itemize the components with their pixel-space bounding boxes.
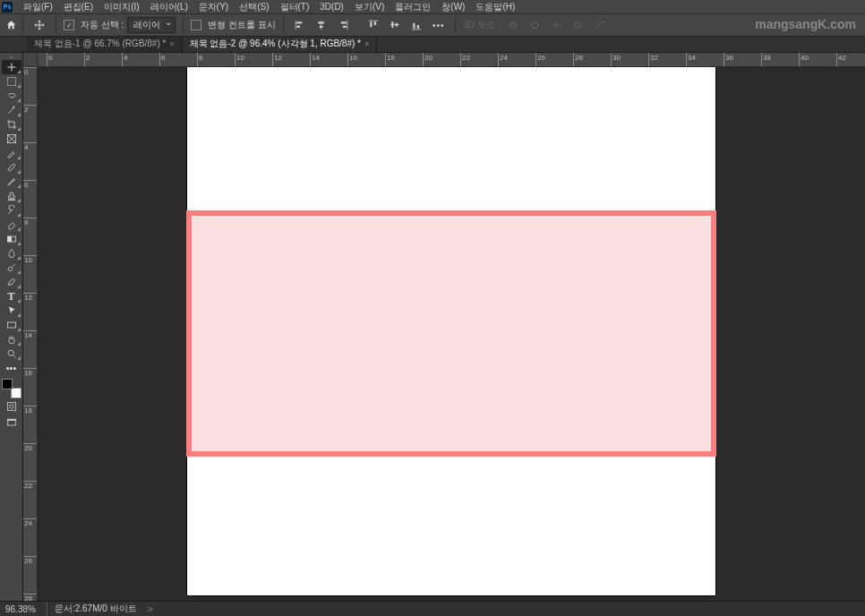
pen-tool[interactable] (2, 275, 21, 289)
align-center-h-icon (316, 20, 327, 30)
ruler-number: 10 (236, 54, 244, 62)
menu-plugin[interactable]: 플러그인 (390, 1, 436, 13)
close-icon[interactable]: × (364, 39, 369, 48)
healing-brush-tool[interactable] (2, 160, 21, 175)
quick-mask-icon (6, 401, 17, 412)
crop-tool[interactable] (2, 117, 21, 132)
menu-layer[interactable]: 레이어(L) (145, 1, 193, 13)
ruler-number: 20 (424, 54, 432, 62)
lasso-icon (6, 90, 17, 101)
svg-rect-14 (396, 23, 398, 27)
align-center-v-button[interactable] (386, 18, 404, 32)
foreground-color-swatch[interactable] (2, 379, 13, 389)
doc-info-field[interactable]: 문서:2.67M/0 바이트 (47, 603, 137, 615)
chevron-right-icon[interactable]: > (148, 604, 153, 614)
close-icon[interactable]: × (169, 39, 174, 48)
menu-view[interactable]: 보기(V) (349, 1, 390, 13)
move-tool[interactable] (2, 60, 21, 74)
svg-rect-23 (7, 164, 14, 171)
document-tab-1[interactable]: 제목 없음-1 @ 66.7% (RGB/8#) * × (27, 36, 183, 52)
align-top-icon (368, 20, 379, 30)
auto-select-label: 자동 선택 : (81, 19, 124, 31)
vertical-ruler[interactable]: 0246810121416182022242628 (23, 67, 37, 601)
align-left-button[interactable] (291, 18, 309, 32)
align-top-button[interactable] (364, 18, 382, 32)
lasso-tool[interactable] (2, 89, 21, 103)
eraser-tool[interactable] (2, 218, 21, 232)
auto-select-checkbox[interactable]: ✓ (64, 20, 74, 30)
mode-3d-slide-button[interactable] (569, 18, 587, 32)
gradient-tool[interactable] (2, 232, 21, 246)
menu-help[interactable]: 도움말(H) (470, 1, 520, 13)
hand-tool[interactable] (2, 332, 21, 346)
toolbox: ›› T ••• (0, 53, 23, 601)
svg-rect-15 (412, 30, 422, 30)
mode-3d-scale-button[interactable] (590, 18, 608, 32)
mode-3d-pan-button[interactable] (547, 18, 565, 32)
align-bottom-button[interactable] (407, 18, 425, 32)
dodge-tool[interactable] (2, 261, 21, 275)
marquee-tool[interactable] (2, 74, 21, 89)
more-align-button[interactable]: ••• (429, 19, 449, 32)
orbit-icon (508, 20, 518, 30)
menu-select[interactable]: 선택(S) (234, 1, 274, 13)
history-brush-tool[interactable] (2, 203, 21, 218)
magic-wand-tool[interactable] (2, 103, 21, 117)
arrow-icon (6, 305, 17, 316)
svg-rect-2 (296, 26, 300, 28)
type-tool[interactable]: T (2, 289, 21, 304)
quick-mask-button[interactable] (2, 398, 21, 415)
color-swatches[interactable] (2, 379, 21, 398)
svg-rect-29 (7, 403, 15, 411)
svg-rect-5 (320, 26, 323, 28)
ruler-number: 28 (575, 54, 583, 62)
move-tool-indicator[interactable] (30, 18, 48, 32)
align-center-v-icon (390, 20, 400, 30)
show-transform-checkbox[interactable] (191, 20, 201, 30)
ruler-number: 18 (387, 54, 395, 62)
svg-rect-25 (7, 236, 12, 242)
document-tab-2[interactable]: 제목 없음-2 @ 96.4% (사각형 1, RGB/8#) * × (183, 36, 378, 52)
more-icon: ••• (6, 363, 17, 373)
frame-tool[interactable] (2, 132, 21, 146)
menu-edit[interactable]: 편집(E) (58, 1, 98, 13)
clone-stamp-tool[interactable] (2, 189, 21, 203)
eyedropper-tool[interactable] (2, 146, 21, 160)
blur-tool[interactable] (2, 246, 21, 261)
slide-icon (572, 20, 583, 30)
frame-icon (6, 133, 17, 144)
svg-rect-21 (7, 78, 15, 86)
ruler-origin[interactable] (23, 53, 37, 67)
edit-toolbar-button[interactable]: ••• (2, 361, 21, 375)
path-selection-tool[interactable] (2, 304, 21, 318)
svg-rect-11 (374, 21, 376, 25)
zoom-level-field[interactable]: 96.38% (5, 604, 36, 614)
align-right-button[interactable] (334, 18, 352, 32)
home-button[interactable] (5, 17, 23, 33)
screen-mode-button[interactable] (2, 415, 21, 431)
document-tabs: 제목 없음-1 @ 66.7% (RGB/8#) * × 제목 없음-2 @ 9… (0, 37, 865, 53)
tab-label: 제목 없음-2 @ 96.4% (사각형 1, RGB/8#) * (190, 38, 361, 50)
zoom-tool[interactable] (2, 346, 21, 361)
brush-tool[interactable] (2, 175, 21, 189)
status-bar: 96.38% 문서:2.67M/0 바이트 > (0, 601, 865, 616)
auto-select-dropdown[interactable]: 레이어 (127, 17, 176, 33)
ruler-number: 6 (24, 181, 28, 189)
menu-filter[interactable]: 필터(T) (275, 1, 315, 13)
rectangle-layer-1[interactable] (186, 210, 716, 457)
align-center-h-button[interactable] (313, 18, 330, 32)
canvas-area[interactable] (38, 67, 865, 601)
menu-type[interactable]: 문자(Y) (193, 1, 234, 13)
eyedropper-icon (6, 148, 17, 158)
menu-file[interactable]: 파일(F) (18, 1, 58, 13)
mode-3d-orbit-button[interactable] (504, 18, 522, 32)
menu-window[interactable]: 창(W) (436, 1, 470, 13)
ruler-number: 24 (24, 519, 32, 527)
svg-point-19 (510, 24, 517, 27)
menu-3d[interactable]: 3D(D) (314, 2, 349, 12)
artboard[interactable] (187, 67, 715, 595)
horizontal-ruler[interactable]: 024681012141618202224262830323436384042 (38, 53, 865, 67)
rectangle-tool[interactable] (2, 318, 21, 332)
menu-image[interactable]: 이미지(I) (98, 1, 144, 13)
mode-3d-roll-button[interactable] (526, 18, 544, 32)
